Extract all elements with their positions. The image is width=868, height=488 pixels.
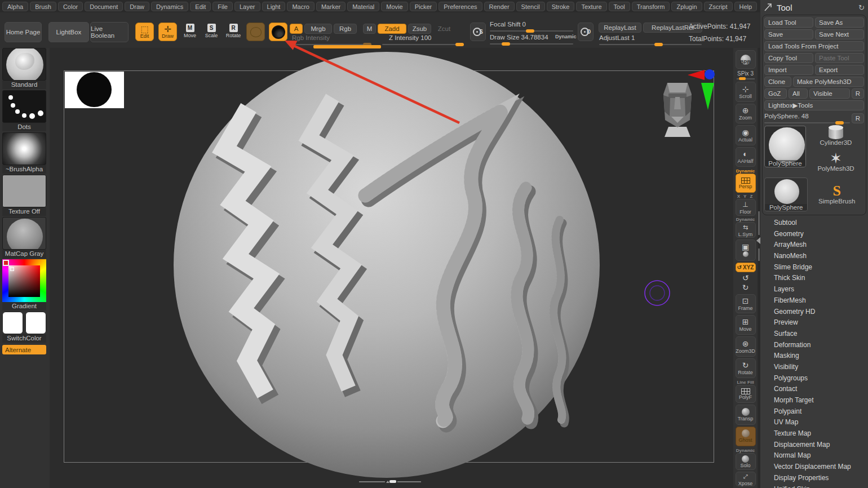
menu-item[interactable]: Stroke: [547, 2, 575, 11]
tool-section-item[interactable]: Visibility: [760, 362, 868, 373]
zsub-button[interactable]: Zsub: [408, 24, 431, 34]
menu-item[interactable]: Texture: [576, 2, 606, 11]
menu-item[interactable]: Edit: [190, 2, 211, 11]
ghost-button[interactable]: Ghost: [736, 427, 756, 446]
tool-section-item[interactable]: Geometry HD: [760, 307, 868, 318]
z-intensity-handle[interactable]: [455, 43, 464, 46]
tool-section-item[interactable]: Layers: [760, 284, 868, 295]
replay-last-button[interactable]: ReplayLast: [599, 23, 641, 33]
shelf-scroll-indicator[interactable]: [313, 45, 381, 48]
menu-item[interactable]: Alpha: [2, 2, 28, 11]
circle-brush-toggle[interactable]: [246, 23, 265, 41]
adjust-last-slider[interactable]: AdjustLast 1: [599, 34, 702, 45]
tool-section-item[interactable]: Polygroups: [760, 373, 868, 384]
transparency-button[interactable]: Transp: [736, 405, 756, 424]
scale-button[interactable]: S Scale: [203, 24, 220, 38]
make-polymesh3d-button[interactable]: Make PolyMesh3D: [793, 77, 864, 87]
save-as-button[interactable]: Save As: [815, 17, 864, 28]
mrgb-button[interactable]: Mrgb: [304, 24, 332, 34]
menu-item[interactable]: Document: [85, 2, 123, 11]
goz-r-button[interactable]: R: [852, 88, 864, 99]
tool-r-button[interactable]: R: [852, 113, 864, 123]
focal-shift-slider[interactable]: Focal Shift 0: [490, 21, 573, 32]
aahalf-button[interactable]: ◐ AAHalf: [736, 147, 756, 167]
document-canvas[interactable]: [50, 48, 733, 488]
switch-color-button[interactable]: SwitchColor: [2, 334, 46, 343]
visible-button[interactable]: Visible: [809, 88, 850, 99]
draw-size-handle[interactable]: [502, 42, 510, 46]
alpha-thumbnail[interactable]: [2, 132, 46, 165]
menu-item[interactable]: Zplugin: [671, 2, 702, 11]
tool-section-item[interactable]: Slime Bridge: [760, 262, 868, 273]
panel-refresh-icon[interactable]: ↻: [858, 3, 865, 12]
current-alpha[interactable]: ~BrushAlpha: [2, 132, 47, 174]
tool-thumb-cylinder3d[interactable]: Cylinder3D: [808, 126, 864, 150]
active-tool-slider[interactable]: PolySphere. 48: [764, 112, 850, 123]
color-picker[interactable]: Gradient: [2, 259, 47, 310]
tool-section-item[interactable]: Polypaint: [760, 406, 868, 418]
hue-ring[interactable]: [2, 259, 46, 302]
load-tool-button[interactable]: Load Tool: [764, 17, 813, 28]
tool-thumb-simplebrush[interactable]: S SimpleBrush: [809, 178, 864, 211]
secondary-color-swatch[interactable]: [25, 312, 46, 334]
menu-item[interactable]: Color: [58, 2, 83, 11]
tool-thumb-polymesh3d[interactable]: ✶ PolyMesh3D: [808, 152, 864, 176]
current-stroke[interactable]: Dots: [2, 90, 47, 131]
tool-section-item[interactable]: Thick Skin: [760, 273, 868, 284]
tool-section-item[interactable]: UV Map: [760, 417, 868, 428]
rgb-intensity-slider[interactable]: Rgb Intensity: [292, 34, 371, 45]
rotate-button[interactable]: R Rotate: [225, 24, 242, 38]
rgb-button[interactable]: Rgb: [334, 24, 357, 34]
camera-lock-button[interactable]: ▣: [736, 239, 756, 260]
spix-slider[interactable]: SPix 3: [737, 70, 755, 79]
tool-thumb-polysphere-selected[interactable]: PolySphere: [764, 126, 806, 167]
tool-section-item[interactable]: Texture Map: [760, 428, 868, 440]
polyframe-button[interactable]: PolyF: [736, 385, 756, 403]
menu-item[interactable]: Transform: [632, 2, 670, 11]
menu-item[interactable]: Render: [484, 2, 515, 11]
menu-item[interactable]: Material: [347, 2, 379, 11]
tool-section-item[interactable]: Displacement Map: [760, 440, 868, 451]
lightbox-tools-button[interactable]: Lightbox▶Tools: [764, 100, 864, 110]
edit-button[interactable]: ⬚ Edit: [135, 23, 154, 41]
save-button[interactable]: Save: [764, 29, 813, 39]
current-brush[interactable]: Standard: [2, 48, 47, 89]
lightbox-button[interactable]: LightBox: [48, 22, 89, 42]
tool-section-item[interactable]: FiberMesh: [760, 295, 868, 307]
menu-item[interactable]: Draw: [125, 2, 149, 11]
move-button[interactable]: M Move: [181, 24, 198, 38]
tool-section-item[interactable]: Surface: [760, 329, 868, 340]
current-texture[interactable]: Texture Off: [2, 175, 47, 216]
z-intensity-slider[interactable]: Z Intensity 100: [382, 34, 464, 45]
menu-item[interactable]: Tool: [609, 2, 630, 11]
frame-button[interactable]: ⊡ Frame: [736, 294, 756, 313]
current-material[interactable]: MatCap Gray: [2, 217, 47, 258]
draw-size-dynamic-label[interactable]: Dynamic: [555, 34, 577, 39]
tool-section-item[interactable]: Geometry: [760, 229, 868, 240]
tool-section-item[interactable]: Masking: [760, 351, 868, 362]
spin-y-icon[interactable]: ↺: [742, 274, 749, 282]
solo-button[interactable]: Solo: [736, 453, 756, 470]
focal-shift-handle[interactable]: [526, 29, 534, 33]
menu-item[interactable]: Brush: [30, 2, 56, 11]
menu-item[interactable]: Zscript: [704, 2, 733, 11]
tool-section-item[interactable]: Contact: [760, 384, 868, 395]
menu-item[interactable]: Layer: [234, 2, 260, 11]
tool-thumb-polysphere-2[interactable]: PolySphere: [764, 178, 808, 211]
load-tools-from-project-button[interactable]: Load Tools From Project: [764, 41, 864, 51]
live-boolean-button[interactable]: Live Boolean: [90, 22, 129, 42]
local-symmetry-button[interactable]: ⇆ L.Sym: [736, 222, 756, 238]
draw-button[interactable]: ✛ Draw: [158, 23, 177, 41]
tool-section-item[interactable]: Morph Target: [760, 395, 868, 406]
menu-item[interactable]: Marker: [316, 2, 346, 11]
bpr-button[interactable]: BPR: [736, 50, 756, 69]
zoom3d-button[interactable]: ⊛ Zoom3D: [736, 336, 756, 356]
gradient-label[interactable]: Gradient: [2, 302, 46, 310]
menu-item[interactable]: Stencil: [516, 2, 545, 11]
scroll-handle[interactable]: [389, 480, 396, 483]
tool-section-item[interactable]: Unified Skin: [760, 484, 868, 488]
menu-item[interactable]: Dynamics: [151, 2, 188, 11]
alternate-button[interactable]: Alternate: [2, 345, 46, 354]
camera-head-gizmo[interactable]: [663, 83, 692, 137]
save-next-button[interactable]: Save Next: [815, 29, 864, 39]
